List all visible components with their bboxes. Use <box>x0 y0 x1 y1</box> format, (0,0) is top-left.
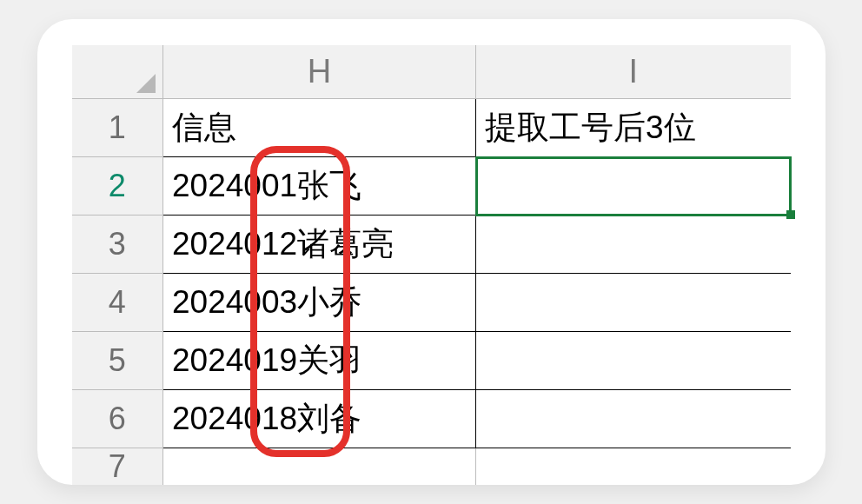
code: 2024019 <box>172 342 297 378</box>
cell-H5[interactable]: 2024019关羽 <box>163 332 476 390</box>
row-header-2[interactable]: 2 <box>72 157 163 216</box>
row-header-6[interactable]: 6 <box>72 390 163 448</box>
spreadsheet-card: H I 1 信息 提取工号后3位 2 2024001张飞 3 2024012诸葛… <box>37 19 826 486</box>
cell-H3[interactable]: 2024012诸葛亮 <box>163 216 476 274</box>
cell-I2[interactable] <box>476 157 791 216</box>
svg-marker-0 <box>136 74 156 93</box>
name: 小乔 <box>297 284 361 320</box>
row-header-4[interactable]: 4 <box>72 274 163 332</box>
cell-I5[interactable] <box>476 332 791 390</box>
code: 2024003 <box>172 284 297 320</box>
cell-I1[interactable]: 提取工号后3位 <box>476 99 791 157</box>
name: 刘备 <box>297 401 361 436</box>
cell-H1[interactable]: 信息 <box>163 99 476 157</box>
row-header-5[interactable]: 5 <box>72 332 163 390</box>
cell-I4[interactable] <box>476 274 791 332</box>
row-header-7[interactable]: 7 <box>72 448 163 486</box>
cell-H2[interactable]: 2024001张飞 <box>163 157 476 216</box>
code: 2024001 <box>172 168 297 203</box>
name: 张飞 <box>297 168 361 203</box>
cell-I6[interactable] <box>476 390 791 448</box>
code: 2024018 <box>172 401 297 436</box>
row-header-1[interactable]: 1 <box>72 99 163 157</box>
cell-I3[interactable] <box>476 216 791 274</box>
select-all-corner[interactable] <box>72 45 163 99</box>
column-header-I[interactable]: I <box>476 45 791 99</box>
corner-triangle-icon <box>136 74 156 93</box>
name: 关羽 <box>297 342 361 378</box>
column-header-H[interactable]: H <box>163 45 476 99</box>
cell-I7[interactable] <box>476 448 791 486</box>
spreadsheet: H I 1 信息 提取工号后3位 2 2024001张飞 3 2024012诸葛… <box>72 45 791 486</box>
name: 诸葛亮 <box>297 226 394 262</box>
code: 2024012 <box>172 226 297 262</box>
row-header-3[interactable]: 3 <box>72 216 163 274</box>
cell-H6[interactable]: 2024018刘备 <box>163 390 476 448</box>
fill-handle[interactable] <box>786 210 795 219</box>
cell-H7[interactable] <box>163 448 476 486</box>
cell-H4[interactable]: 2024003小乔 <box>163 274 476 332</box>
